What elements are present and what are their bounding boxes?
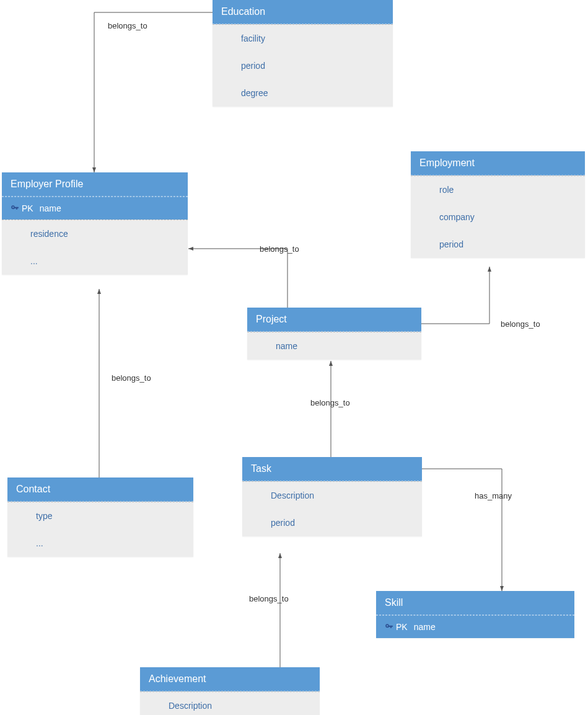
edge-label-education-profile: belongs_to	[105, 20, 150, 32]
entity-skill[interactable]: Skill PK name	[376, 591, 574, 638]
entity-skill-pk: PK name	[376, 615, 574, 638]
edge-label-achievement-task: belongs_to	[247, 593, 291, 605]
entity-education-attr-facility: facility	[213, 25, 393, 52]
entity-achievement[interactable]: Achievement Description	[140, 667, 320, 715]
entity-employment-attr-role: role	[411, 176, 585, 203]
entity-task[interactable]: Task Description period	[242, 457, 422, 536]
edge-label-task-skill: has_many	[472, 490, 514, 502]
entity-employer-profile-attr-residence: residence	[2, 220, 188, 247]
entity-employer-profile-attr-more: ...	[2, 247, 188, 275]
entity-task-attr-period: period	[242, 509, 422, 536]
entity-employment[interactable]: Employment role company period	[411, 151, 585, 258]
entity-project-attr-name: name	[247, 332, 421, 360]
edge-label-project-profile: belongs_to	[257, 243, 302, 255]
edge-label-task-project: belongs_to	[308, 397, 353, 409]
entity-employment-title: Employment	[411, 151, 585, 175]
key-icon	[385, 623, 393, 631]
key-icon	[11, 204, 19, 213]
pk-badge-label: PK	[22, 203, 33, 213]
pk-badge-label: PK	[396, 622, 408, 632]
entity-contact-attr-type: type	[7, 502, 193, 530]
entity-contact-attr-more: ...	[7, 530, 193, 557]
entity-education-title: Education	[213, 0, 393, 24]
entity-achievement-attr-description: Description	[140, 692, 320, 715]
entity-project[interactable]: Project name	[247, 308, 421, 360]
entity-education-attr-degree: degree	[213, 79, 393, 107]
edge-label-contact-profile: belongs_to	[109, 372, 154, 384]
entity-employer-profile-pk: PK name	[2, 197, 188, 220]
entity-employment-attr-period: period	[411, 231, 585, 258]
entity-achievement-title: Achievement	[140, 667, 320, 691]
entity-skill-pk-name: name	[414, 622, 436, 632]
entity-education[interactable]: Education facility period degree	[213, 0, 393, 107]
entity-task-attr-description: Description	[242, 482, 422, 509]
entity-task-title: Task	[242, 457, 422, 481]
entity-employer-profile-pk-name: name	[40, 203, 61, 213]
entity-employment-attr-company: company	[411, 203, 585, 231]
entity-skill-title: Skill	[376, 591, 574, 615]
entity-contact-title: Contact	[7, 477, 193, 502]
edge-label-project-employment: belongs_to	[498, 318, 543, 330]
entity-employer-profile[interactable]: Employer Profile PK name residence ...	[2, 172, 188, 275]
entity-project-title: Project	[247, 308, 421, 332]
entity-contact[interactable]: Contact type ...	[7, 477, 193, 557]
entity-employer-profile-title: Employer Profile	[2, 172, 188, 197]
entity-education-attr-period: period	[213, 52, 393, 79]
